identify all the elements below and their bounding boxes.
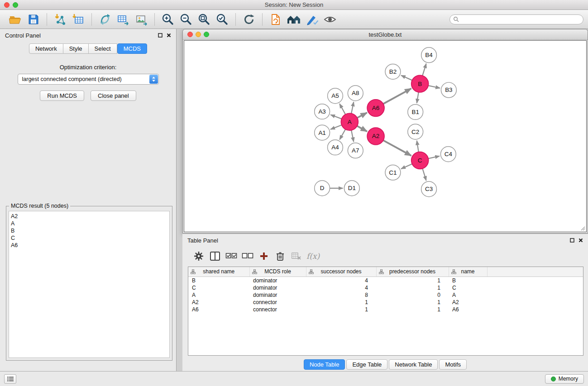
network-overview-button[interactable] [286, 12, 302, 27]
edge-A2-C[interactable] [383, 140, 411, 156]
tab-network[interactable]: Network [29, 43, 63, 54]
table-row-a2[interactable]: A2connector11A2 [188, 299, 583, 306]
tab-select[interactable]: Select [89, 43, 117, 54]
search-box[interactable] [449, 14, 583, 24]
criterion-select[interactable]: largest connected component (directed) [18, 74, 159, 85]
node-A2[interactable]: A2 [367, 128, 384, 145]
edge-C-C4[interactable] [428, 156, 440, 159]
edge-A-A6[interactable] [357, 113, 367, 118]
node-C3[interactable]: C3 [421, 181, 437, 197]
result-item-a[interactable]: A [11, 220, 169, 227]
zoom-fit-button[interactable] [196, 12, 212, 27]
float-panel-icon[interactable] [570, 238, 574, 243]
node-A[interactable]: A [341, 113, 358, 130]
edge-B-B3[interactable] [428, 86, 440, 88]
edge-A-A3[interactable] [330, 115, 341, 119]
node-A1[interactable]: A1 [315, 125, 330, 140]
node-A7[interactable]: A7 [348, 143, 363, 158]
node-B[interactable]: B [411, 75, 429, 92]
edge-B-B2[interactable] [401, 75, 412, 80]
node-D1[interactable]: D1 [344, 181, 359, 196]
tab-node-table[interactable]: Node Table [304, 359, 345, 370]
edge-A-A1[interactable] [330, 125, 342, 129]
zoom-out-button[interactable] [178, 12, 194, 27]
table-settings-button[interactable] [191, 249, 207, 263]
result-item-c[interactable]: C [11, 234, 169, 242]
tab-edge-table[interactable]: Edge Table [346, 359, 387, 370]
edge-A-A7[interactable] [351, 130, 354, 142]
memory-button[interactable]: Memory [545, 374, 584, 384]
zoom-in-button[interactable] [160, 12, 176, 27]
search-input[interactable] [459, 15, 583, 24]
column-header-predecessor-nodes[interactable]: predecessor nodes [376, 267, 449, 276]
table-row-a6[interactable]: A6connector11A6 [188, 306, 583, 313]
close-panel-icon[interactable] [578, 238, 583, 243]
edge-B-B1[interactable] [417, 92, 419, 103]
export-table-button[interactable] [115, 12, 131, 27]
node-C4[interactable]: C4 [440, 147, 456, 162]
node-A4[interactable]: A4 [328, 140, 343, 155]
select-all-button[interactable] [223, 249, 239, 263]
result-item-a6[interactable]: A6 [11, 242, 169, 249]
node-B3[interactable]: B3 [441, 82, 456, 98]
tab-mcds[interactable]: MCDS [117, 43, 147, 54]
function-builder-button[interactable]: f(x) [306, 252, 320, 261]
task-history-button[interactable] [4, 374, 16, 384]
tab-network-table[interactable]: Network Table [389, 359, 438, 370]
node-A8[interactable]: A8 [348, 86, 363, 101]
result-item-a2[interactable]: A2 [11, 213, 169, 220]
node-D[interactable]: D [315, 181, 330, 196]
node-B2[interactable]: B2 [385, 64, 401, 80]
tab-style[interactable]: Style [63, 43, 89, 54]
edge-C-C3[interactable] [422, 168, 426, 181]
edge-C-C2[interactable] [417, 141, 419, 152]
edge-B-B4[interactable] [422, 64, 426, 76]
import-table-button[interactable] [70, 12, 86, 27]
edge-A6-B[interactable] [383, 89, 411, 104]
show-graphics-details-button[interactable] [322, 12, 338, 27]
apply-style-button[interactable] [304, 12, 320, 27]
float-panel-icon[interactable] [158, 33, 163, 38]
node-C2[interactable]: C2 [408, 124, 423, 139]
save-session-button[interactable] [25, 12, 42, 27]
delete-column-button[interactable] [272, 249, 288, 263]
unselect-all-button[interactable] [239, 249, 256, 263]
table-row-c[interactable]: Cdominator41C [188, 284, 583, 291]
open-session-button[interactable] [7, 12, 24, 27]
close-panel-button[interactable]: Close panel [91, 91, 136, 101]
export-network-button[interactable] [97, 12, 113, 27]
column-header-mcds-role[interactable]: MCDS role [249, 267, 306, 276]
edge-A-A4[interactable] [339, 129, 345, 140]
mcds-result-list[interactable]: A2ABCA6 [9, 211, 170, 358]
column-header-name[interactable]: name [449, 267, 487, 276]
network-window-titlebar[interactable]: testGlobe.txt [183, 29, 588, 40]
add-column-button[interactable] [256, 249, 272, 263]
column-header-successor-nodes[interactable]: successor nodes [306, 267, 376, 276]
node-C1[interactable]: C1 [385, 165, 401, 180]
tab-motifs[interactable]: Motifs [439, 359, 467, 370]
import-network-button[interactable] [52, 12, 68, 27]
node-A6[interactable]: A6 [367, 100, 384, 117]
network-canvas[interactable]: B4B2BB3A5A8A6A3AB1A1A2C2A4A7C4CC1DD1C3 [184, 40, 587, 232]
edge-A-A2[interactable] [357, 126, 367, 131]
result-item-b[interactable]: B [11, 227, 169, 234]
apply-layout-button[interactable] [241, 12, 257, 27]
delete-table-button[interactable] [288, 249, 305, 263]
edge-A-A5[interactable] [339, 104, 345, 114]
column-header-shared-name[interactable]: shared name [188, 267, 249, 276]
node-A3[interactable]: A3 [315, 104, 330, 119]
zoom-selected-button[interactable] [214, 12, 230, 27]
node-A5[interactable]: A5 [328, 88, 343, 104]
node-C[interactable]: C [411, 152, 429, 169]
edge-A-A8[interactable] [351, 102, 354, 114]
table-row-b[interactable]: Bdominator41B [188, 276, 583, 284]
export-image-button[interactable] [133, 12, 149, 27]
show-column-button[interactable] [207, 249, 223, 263]
table-row-a[interactable]: Adominator80A [188, 291, 583, 299]
close-panel-icon[interactable] [167, 33, 171, 38]
edge-C-C1[interactable] [401, 164, 412, 169]
node-B4[interactable]: B4 [421, 48, 437, 63]
run-mcds-button[interactable]: Run MCDS [40, 91, 84, 101]
resize-grip-icon[interactable] [580, 225, 585, 231]
node-B1[interactable]: B1 [408, 105, 423, 120]
